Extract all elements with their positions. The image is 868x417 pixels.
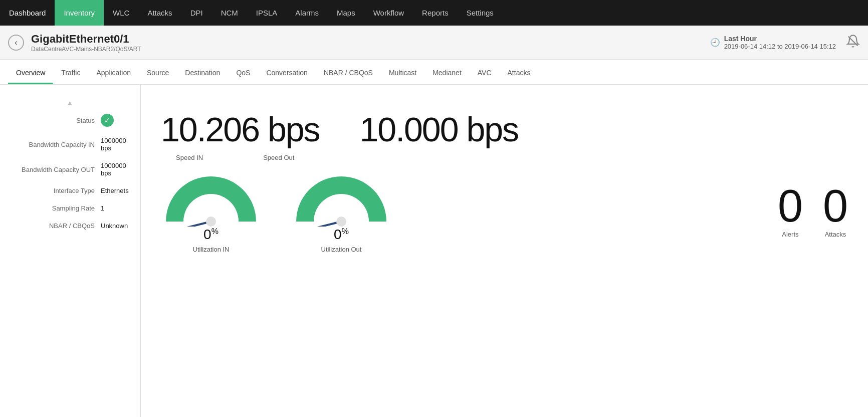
tab-attacks[interactable]: Attacks (500, 69, 539, 84)
main-content: ▲ Status ✓ Bandwidth Capacity IN 1000000… (0, 85, 868, 417)
panel-arrow: ▲ (0, 97, 140, 109)
tab-qos[interactable]: QoS (228, 69, 258, 84)
sampling-rate-label: Sampling Rate (8, 204, 101, 212)
svg-point-6 (336, 217, 346, 227)
nav-attacks[interactable]: Attacks (138, 0, 181, 26)
nbar-row: NBAR / CBQoS Unknown (0, 217, 140, 235)
gauges-row: 0% Utilization IN (161, 171, 768, 253)
interface-type-row: Interface Type Ethernets (0, 182, 140, 199)
interface-type-value: Ethernets (101, 187, 129, 194)
speed-row: 10.206 bps 10.000 bps (161, 110, 848, 149)
tab-nbar-cbqos[interactable]: NBAR / CBQoS (316, 69, 381, 84)
gauge-out-label: Utilization Out (321, 246, 362, 253)
bandwidth-out-value: 1000000 bps (101, 162, 132, 177)
gauge-out-svg (291, 171, 391, 227)
alerts-value: 0 (778, 183, 803, 229)
header-bar: ‹ GigabitEthernet0/1 DataCentreAVC-Mains… (0, 26, 868, 60)
alerts-attacks-section: 0 Alerts 0 Attacks (778, 183, 848, 238)
bandwidth-out-row: Bandwidth Capacity OUT 1000000 bps (0, 157, 140, 182)
alerts-label: Alerts (782, 231, 798, 238)
sampling-rate-value: 1 (101, 204, 104, 212)
time-label: Last Hour (724, 35, 836, 43)
nav-reports[interactable]: Reports (413, 0, 458, 26)
attacks-block: 0 Attacks (823, 183, 848, 238)
speed-in-label: Speed IN (176, 154, 203, 161)
back-button[interactable]: ‹ (8, 35, 24, 51)
interface-type-label: Interface Type (8, 187, 101, 194)
svg-point-3 (206, 217, 216, 227)
tab-medianet[interactable]: Medianet (424, 69, 470, 84)
time-range: 2019-06-14 14:12 to 2019-06-14 15:12 (724, 43, 836, 50)
nav-settings[interactable]: Settings (458, 0, 503, 26)
info-panel: ▲ Status ✓ Bandwidth Capacity IN 1000000… (0, 85, 140, 417)
bandwidth-in-label: Bandwidth Capacity IN (8, 141, 101, 148)
sub-tabs: Overview Traffic Application Source Dest… (0, 60, 868, 85)
alerts-block: 0 Alerts (778, 183, 803, 238)
nav-workflow[interactable]: Workflow (364, 0, 413, 26)
tab-multicast[interactable]: Multicast (381, 69, 424, 84)
status-icon: ✓ (101, 114, 114, 127)
tab-source[interactable]: Source (139, 69, 177, 84)
nav-wlc[interactable]: WLC (104, 0, 138, 26)
interface-title: GigabitEthernet0/1 (31, 33, 710, 46)
nav-alarms[interactable]: Alarms (286, 0, 328, 26)
right-panel: 10.206 bps 10.000 bps Speed IN Speed Out (141, 85, 868, 417)
status-label: Status (8, 117, 101, 124)
header-title: GigabitEthernet0/1 DataCentreAVC-Mains-N… (31, 33, 710, 53)
gauge-in: 0% Utilization IN (161, 171, 261, 253)
top-navigation: Dashboard Inventory WLC Attacks DPI NCM … (0, 0, 868, 26)
gauge-out-pct: 0% (334, 227, 349, 243)
tab-avc[interactable]: AVC (470, 69, 500, 84)
attacks-label: Attacks (825, 231, 846, 238)
nav-maps[interactable]: Maps (328, 0, 364, 26)
notification-bell[interactable] (846, 34, 860, 51)
nbar-value: Unknown (101, 222, 128, 230)
bandwidth-in-value: 1000000 bps (101, 137, 132, 152)
status-row: Status ✓ (0, 109, 140, 132)
speed-out-label: Speed Out (263, 154, 294, 161)
tab-conversation[interactable]: Conversation (258, 69, 316, 84)
speed-in-block: 10.206 bps (161, 110, 320, 149)
interface-subtitle: DataCentreAVC-Mains-NBAR2/QoS/ART (31, 46, 710, 53)
gauge-out: 0% Utilization Out (291, 171, 391, 253)
clock-icon: 🕘 (710, 38, 720, 47)
sampling-rate-row: Sampling Rate 1 (0, 199, 140, 217)
nav-ncm[interactable]: NCM (212, 0, 247, 26)
tab-destination[interactable]: Destination (177, 69, 228, 84)
gauge-out-pct-symbol: % (342, 227, 349, 236)
bandwidth-out-label: Bandwidth Capacity OUT (8, 166, 101, 173)
nav-dashboard[interactable]: Dashboard (0, 0, 55, 26)
nbar-label: NBAR / CBQoS (8, 222, 101, 230)
time-text: Last Hour 2019-06-14 14:12 to 2019-06-14… (724, 35, 836, 50)
nav-dpi[interactable]: DPI (181, 0, 212, 26)
gauge-in-pct-symbol: % (211, 227, 219, 236)
speed-out-block: 10.000 bps (360, 110, 519, 149)
tab-overview[interactable]: Overview (8, 69, 53, 84)
gauge-in-pct: 0% (203, 227, 219, 243)
gauge-in-svg (161, 171, 261, 227)
speed-in-value: 10.206 bps (161, 110, 320, 149)
tab-application[interactable]: Application (88, 69, 139, 84)
time-info: 🕘 Last Hour 2019-06-14 14:12 to 2019-06-… (710, 35, 836, 50)
speed-out-value: 10.000 bps (360, 110, 519, 149)
tab-traffic[interactable]: Traffic (53, 69, 88, 84)
attacks-value: 0 (823, 183, 848, 229)
gauge-in-label: Utilization IN (193, 246, 230, 253)
bandwidth-in-row: Bandwidth Capacity IN 1000000 bps (0, 132, 140, 157)
nav-inventory[interactable]: Inventory (55, 0, 104, 26)
nav-ipsla[interactable]: IPSLA (247, 0, 287, 26)
